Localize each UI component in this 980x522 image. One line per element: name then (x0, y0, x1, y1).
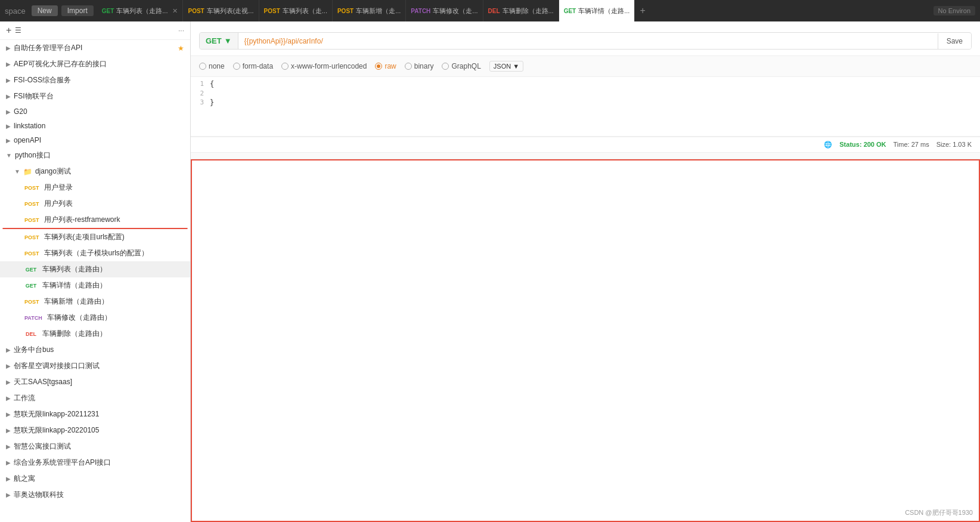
collection-label: 工作流 (14, 393, 35, 403)
sidebar-item-18[interactable]: DEL车辆删除（走路由） (0, 326, 190, 342)
collection-label: 智慧公寓接口测试 (14, 441, 71, 452)
top-tab-4[interactable]: PATCH车辆修改（走... (406, 0, 483, 21)
chevron-icon: ▶ (6, 459, 11, 466)
collection-label: python接口 (15, 150, 51, 160)
collection-label: FSI-OSS综合服务 (14, 75, 71, 85)
method-label: GET (206, 36, 222, 45)
sidebar-item-0[interactable]: ▶自助任务管理平台API★ (0, 40, 190, 56)
sidebar-item-10[interactable]: POST用户列表 (0, 196, 190, 212)
body-graphql-radio[interactable] (442, 63, 449, 70)
response-body (191, 159, 980, 522)
method-selector[interactable]: GET ▼ (200, 33, 238, 49)
top-tab-6[interactable]: GET车辆详情（走路... (559, 0, 635, 21)
new-button[interactable]: New (32, 5, 58, 16)
tab-method-5: DEL (488, 8, 500, 14)
method-badge: POST (23, 200, 41, 208)
tab-close-0[interactable]: ✕ (172, 7, 178, 15)
sidebar-item-8[interactable]: ▼📁django测试 (0, 163, 190, 180)
sidebar-item-14[interactable]: GET车辆列表（走路由） (0, 261, 190, 277)
sidebar-item-7[interactable]: ▼python接口 (0, 147, 190, 163)
chevron-icon: ▶ (6, 363, 11, 369)
sidebar-item-2[interactable]: ▶FSI-OSS综合服务 (0, 72, 190, 88)
sidebar-item-21[interactable]: ▶天工SAAS[tgsaas] (0, 374, 190, 390)
tab-label-5: 车辆删除（走路... (503, 7, 554, 16)
filter-button[interactable]: ☰ (15, 26, 21, 35)
response-header: 🌐 Status: 200 OK Time: 27 ms Size: 1.03 … (191, 137, 980, 153)
collection-label: AEP可视化大屏已存在的接口 (14, 59, 107, 69)
url-input[interactable] (238, 33, 938, 49)
sidebar-item-15[interactable]: GET车辆详情（走路由） (0, 277, 190, 294)
collection-label: 菲奥达物联科技 (14, 490, 64, 500)
sidebar-item-19[interactable]: ▶业务中台bus (0, 342, 190, 358)
request-body-editor[interactable]: 1 { 2 3 } (191, 77, 980, 137)
body-formdata-radio[interactable] (233, 63, 240, 70)
body-formdata-option[interactable]: form-data (233, 62, 273, 70)
sidebar-item-9[interactable]: POST用户登录 (0, 180, 190, 196)
more-options-button[interactable]: ··· (178, 26, 184, 35)
body-binary-option[interactable]: binary (405, 62, 434, 70)
collection-label: linkstation (14, 122, 45, 130)
sidebar-item-23[interactable]: ▶慧联无限linkapp-20211231 (0, 406, 190, 422)
tab-label-0: 车辆列表（走路... (116, 7, 168, 16)
sidebar-item-27[interactable]: ▶航之寓 (0, 471, 190, 487)
top-tab-5[interactable]: DEL车辆删除（走路... (483, 0, 559, 21)
save-button[interactable]: Save (938, 33, 971, 49)
chevron-icon: ▶ (6, 77, 11, 84)
sidebar-item-3[interactable]: ▶FSI物联平台 (0, 88, 190, 104)
json-format-selector[interactable]: JSON ▼ (489, 61, 523, 72)
tab-label-4: 车辆修改（走... (433, 7, 477, 16)
request-label: 用户登录 (44, 183, 73, 193)
new-tab-button[interactable]: + (635, 5, 650, 16)
env-selector[interactable]: No Environ (934, 6, 975, 16)
sidebar-item-5[interactable]: ▶linkstation (0, 119, 190, 133)
sidebar-item-4[interactable]: ▶G20 (0, 104, 190, 119)
method-chevron: ▼ (224, 36, 232, 45)
sidebar-item-17[interactable]: PATCH车辆修改（走路由） (0, 310, 190, 326)
sidebar-item-25[interactable]: ▶智慧公寓接口测试 (0, 438, 190, 455)
body-graphql-option[interactable]: GraphQL (442, 62, 480, 70)
sidebar-item-6[interactable]: ▶openAPI (0, 133, 190, 147)
sidebar-item-16[interactable]: POST车辆新增（走路由） (0, 294, 190, 310)
body-raw-option[interactable]: raw (375, 62, 396, 70)
body-none-radio[interactable] (199, 63, 206, 70)
collection-label: 业务中台bus (14, 345, 54, 355)
new-collection-button[interactable]: + (6, 25, 11, 36)
collection-label: 创客星空调对接接口口测试 (14, 361, 100, 371)
sidebar-item-1[interactable]: ▶AEP可视化大屏已存在的接口 (0, 56, 190, 72)
method-badge: DEL (23, 331, 39, 338)
sidebar-item-13[interactable]: POST车辆列表（走子模块urls的配置） (0, 245, 190, 261)
sidebar-item-26[interactable]: ▶综合业务系统管理平台API接口 (0, 455, 190, 471)
body-urlencoded-radio[interactable] (281, 63, 289, 70)
method-badge: GET (23, 266, 39, 273)
collection-label: 慧联无限linkapp-20220105 (14, 425, 99, 435)
sidebar-item-20[interactable]: ▶创客星空调对接接口口测试 (0, 358, 190, 374)
top-tab-3[interactable]: POST车辆新增（走... (333, 0, 406, 21)
method-badge: PATCH (23, 314, 44, 322)
top-tab-1[interactable]: POST车辆列表(走视... (183, 0, 259, 21)
tab-method-3: POST (337, 8, 353, 14)
body-binary-radio[interactable] (405, 63, 412, 70)
tab-label-3: 车辆新增（走... (356, 7, 401, 16)
body-none-option[interactable]: none (199, 62, 225, 70)
collection-label: openAPI (14, 136, 41, 144)
sidebar-item-22[interactable]: ▶工作流 (0, 390, 190, 406)
request-label: 用户列表 (44, 199, 73, 209)
top-tab-0[interactable]: GET车辆列表（走路...✕ (97, 0, 184, 21)
request-label: 用户列表-restframework (44, 215, 120, 225)
request-label: 车辆修改（走路由） (47, 313, 111, 323)
sidebar-item-11[interactable]: POST用户列表-restframework (0, 212, 190, 228)
chevron-icon: ▶ (6, 61, 11, 67)
request-header: GET ▼ Save (191, 21, 980, 56)
sidebar-item-24[interactable]: ▶慧联无限linkapp-20220105 (0, 422, 190, 438)
body-raw-radio[interactable] (375, 63, 382, 70)
collection-label: G20 (14, 107, 27, 116)
tab-bar: GET车辆列表（走路...✕POST车辆列表(走视...POST车辆列表（走..… (97, 0, 930, 21)
sidebar-item-28[interactable]: ▶菲奥达物联科技 (0, 487, 190, 503)
body-urlencoded-option[interactable]: x-www-form-urlencoded (281, 62, 367, 70)
import-button[interactable]: Import (61, 5, 94, 16)
sidebar-item-12[interactable]: POST车辆列表(走项目urls配置) (0, 229, 190, 245)
top-tab-2[interactable]: POST车辆列表（走... (259, 0, 333, 21)
tab-method-4: PATCH (411, 8, 430, 14)
request-label: 车辆列表（走路由） (42, 264, 107, 274)
method-badge: POST (23, 250, 41, 257)
